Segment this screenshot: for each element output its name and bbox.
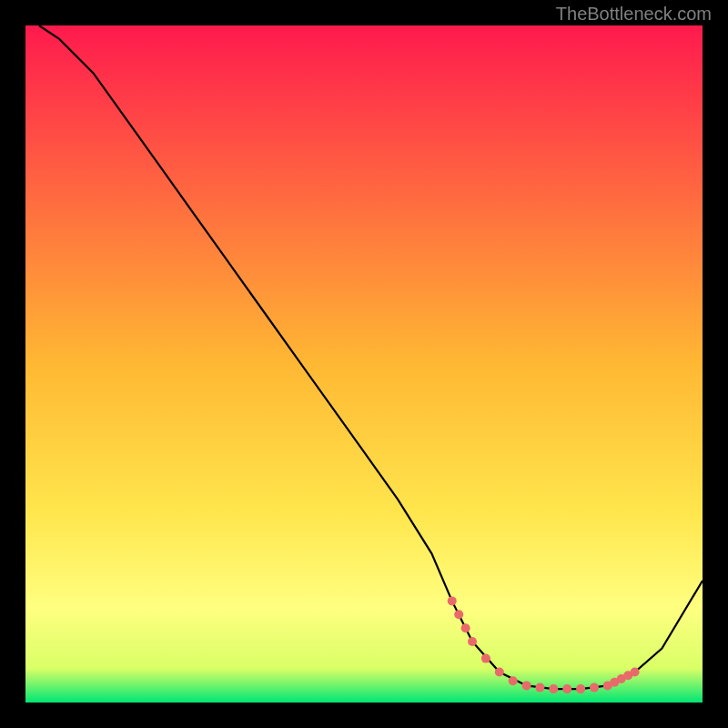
attribution-text: TheBottleneck.com xyxy=(556,4,712,25)
marker-point xyxy=(535,683,544,693)
chart-background xyxy=(25,25,703,703)
bottleneck-chart xyxy=(25,25,703,703)
marker-point xyxy=(522,681,531,690)
marker-point xyxy=(576,684,585,693)
marker-point xyxy=(562,684,571,693)
marker-point xyxy=(631,668,640,677)
marker-point xyxy=(448,596,457,605)
marker-point xyxy=(590,683,599,693)
marker-point xyxy=(509,676,518,685)
marker-point xyxy=(495,668,504,677)
marker-point xyxy=(468,637,477,646)
marker-point xyxy=(549,684,558,693)
marker-point xyxy=(454,610,463,619)
marker-point xyxy=(481,654,490,663)
marker-point xyxy=(461,623,470,632)
